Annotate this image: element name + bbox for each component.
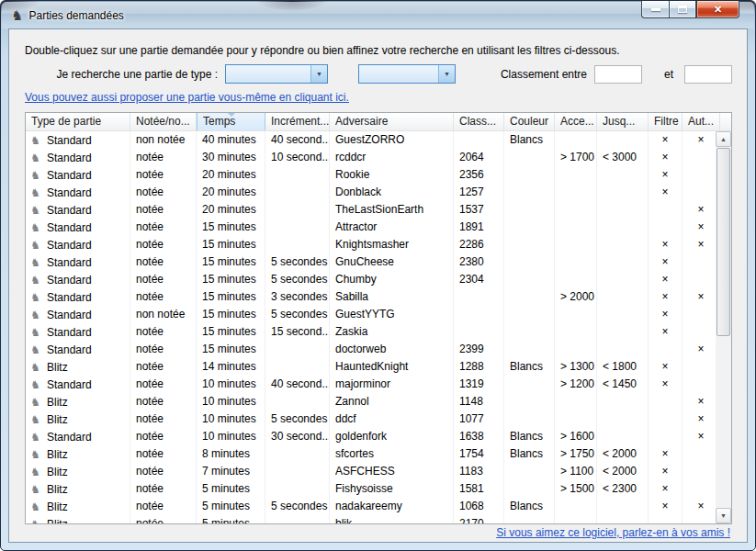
table-row[interactable]: ♞ Standard notée 15 minutes Attractor 18… [26, 219, 716, 236]
classement-max-input[interactable] [684, 65, 732, 84]
propose-link[interactable]: Vous pouvez aussi proposer une partie vo… [25, 91, 349, 104]
vertical-scrollbar[interactable]: ▲ ▼ [716, 131, 731, 523]
table-row[interactable]: ♞ Blitz notée 5 minutes Fishysoisse 1581… [26, 480, 716, 498]
secondary-select[interactable]: ▼ [358, 64, 456, 84]
column-header-type[interactable]: Type de partie [26, 113, 130, 130]
cell-type-label: Standard [47, 219, 92, 236]
cell-adversaire: Attractor [330, 219, 454, 236]
table-row[interactable]: ♞ Standard non notée 15 minutes 5 second… [26, 306, 716, 323]
cell-type: ♞ Standard [26, 323, 130, 341]
minimize-button[interactable] [641, 1, 669, 18]
column-header-jusqua[interactable]: Jusq... [597, 113, 649, 130]
chess-piece-icon: ♞ [30, 205, 44, 216]
column-header-increment[interactable]: Incrément... [265, 113, 330, 130]
cell-adversaire: Rookie [330, 166, 454, 184]
cell-accepte [555, 341, 597, 358]
propose-row: Vous pouvez aussi proposer une partie vo… [25, 91, 732, 104]
column-header-accepte[interactable]: Acce... [555, 113, 597, 130]
table-row[interactable]: ♞ Blitz notée 10 minutes 5 secondes ddcf… [26, 410, 716, 428]
cell-adversaire: majorminor [330, 376, 454, 393]
table-row[interactable]: ♞ Standard notée 15 minutes Knightsmashe… [26, 236, 716, 253]
table-row[interactable]: ♞ Standard notée 15 minutes 5 secondes G… [26, 253, 716, 271]
table-row[interactable]: ♞ Standard notée 30 minutes 10 second...… [26, 149, 716, 166]
table-row[interactable]: ♞ Standard notée 15 minutes doctorweb 23… [26, 341, 716, 358]
table-row[interactable]: ♞ Blitz notée 5 minutes 5 secondes nadak… [26, 498, 716, 515]
column-header-aut[interactable]: Aut... [683, 113, 720, 130]
table-row[interactable]: ♞ Blitz notée 8 minutes sfcortes 1754 Bl… [26, 445, 716, 463]
scroll-down-button[interactable]: ▼ [716, 508, 731, 523]
table-row[interactable]: ♞ Blitz notée 7 minutes ASFCHESS 1183 > … [26, 463, 716, 480]
table-row[interactable]: ♞ Standard notée 15 minutes 15 second...… [26, 323, 716, 341]
scroll-up-button[interactable]: ▲ [716, 131, 731, 147]
cell-increment: 40 second... [265, 376, 330, 393]
cell-couleur [504, 463, 555, 480]
cell-temps: 5 minutes [197, 498, 265, 515]
cell-increment: 5 secondes [265, 410, 330, 428]
table-row[interactable]: ♞ Standard notée 20 minutes Rookie 2356 … [26, 166, 716, 184]
close-button[interactable]: ✕ [696, 1, 739, 18]
table-row[interactable]: ♞ Standard notée 10 minutes 40 second...… [26, 376, 716, 393]
column-header-classement[interactable]: Class... [454, 113, 504, 130]
cell-filtre: × [649, 498, 683, 515]
column-header-adversaire[interactable]: Adversaire [330, 113, 454, 130]
table-row[interactable]: ♞ Standard notée 15 minutes 5 secondes C… [26, 271, 716, 288]
column-header-filtre[interactable]: Filtre [649, 113, 683, 130]
maximize-button[interactable] [669, 1, 696, 18]
cell-notee: notée [130, 288, 197, 306]
table-row[interactable]: ♞ Standard notée 15 minutes 3 secondes S… [26, 288, 716, 306]
table-row[interactable]: ♞ Standard non notée 40 minutes 40 secon… [26, 131, 716, 149]
column-header-couleur[interactable]: Couleur [504, 113, 555, 130]
cell-filtre [649, 393, 683, 410]
cell-jusqua: < 3000 [597, 149, 649, 166]
cell-temps: 10 minutes [197, 376, 265, 393]
cell-aut: × [683, 131, 716, 149]
cell-accepte [555, 219, 597, 236]
cell-classement: 2170 [454, 515, 504, 523]
cell-notee: notée [130, 480, 197, 498]
cell-type-label: Blitz [47, 516, 68, 524]
caption-buttons: ✕ [641, 1, 739, 18]
table-row[interactable]: ♞ Blitz notée 10 minutes Zannol 1148 × [26, 393, 716, 410]
cell-increment: 15 second... [265, 323, 330, 341]
cell-filtre [649, 219, 683, 236]
table-row[interactable]: ♞ Blitz notée 14 minutes HauntedKnight 1… [26, 358, 716, 376]
table-row[interactable]: ♞ Standard notée 20 minutes TheLastSionE… [26, 201, 716, 219]
classement-min-input[interactable] [594, 65, 642, 84]
column-header-notee[interactable]: Notée/no... [130, 113, 197, 130]
cell-type: ♞ Blitz [26, 480, 130, 498]
cell-increment [265, 236, 330, 253]
cell-classement: 1077 [454, 410, 504, 428]
cell-classement: 1288 [454, 358, 504, 376]
cell-couleur [504, 410, 555, 428]
window-parties-demandees: ♞ Parties demandées ✕ Double-cliquez sur… [0, 0, 756, 551]
table-row[interactable]: ♞ Standard notée 10 minutes 30 second...… [26, 428, 716, 445]
cell-increment: 30 second... [265, 428, 330, 445]
cell-couleur [504, 253, 555, 271]
cell-classement: 1537 [454, 201, 504, 219]
cell-temps: 5 minutes [197, 480, 265, 498]
cell-classement: 2399 [454, 341, 504, 358]
table-row[interactable]: ♞ Blitz notée 5 minutes blik 2170 [26, 515, 716, 523]
cell-temps: 15 minutes [197, 341, 265, 358]
cell-accepte: > 2000 [555, 288, 597, 306]
cell-jusqua [597, 201, 649, 219]
type-select[interactable]: ▼ [225, 64, 328, 84]
cell-increment: 10 second... [265, 149, 330, 166]
cell-type: ♞ Standard [26, 253, 130, 271]
chevron-down-icon: ▼ [438, 65, 455, 83]
chess-piece-icon: ♞ [30, 275, 44, 286]
column-header-temps[interactable]: Temps [197, 113, 265, 130]
share-link[interactable]: Si vous aimez ce logiciel, parlez-en à v… [496, 526, 730, 539]
cell-temps: 20 minutes [197, 184, 265, 201]
cell-adversaire: sfcortes [330, 445, 454, 463]
cell-temps: 40 minutes [197, 131, 265, 149]
cell-temps: 14 minutes [197, 358, 265, 376]
table-row[interactable]: ♞ Standard notée 20 minutes Donblack 125… [26, 184, 716, 201]
table-header: Type de partie Notée/no... Temps Incréme… [26, 113, 731, 131]
chess-piece-icon: ♞ [30, 344, 44, 355]
scrollbar-thumb[interactable] [717, 148, 730, 336]
cell-type-label: Standard [47, 429, 92, 445]
cell-temps: 15 minutes [197, 253, 265, 271]
cell-aut: × [683, 201, 716, 219]
chess-piece-icon: ♞ [30, 501, 44, 512]
